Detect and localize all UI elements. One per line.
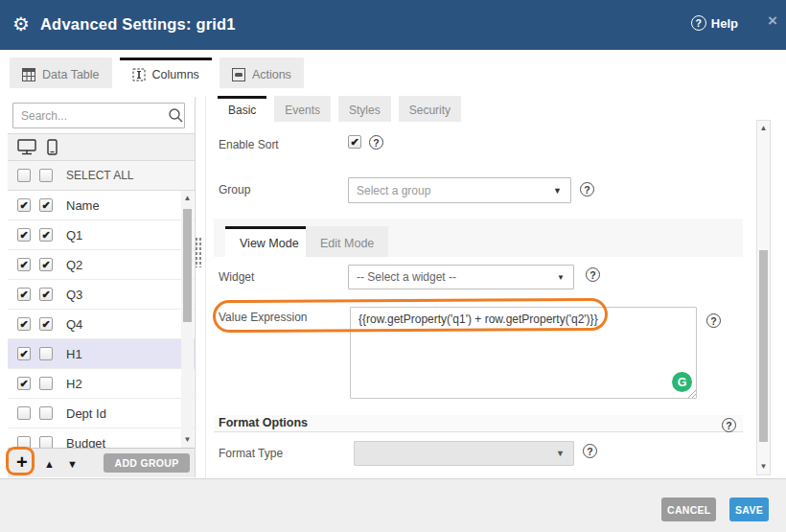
group-select[interactable]: Select a group ▼ — [348, 177, 571, 203]
tab-actions[interactable]: Actions — [220, 58, 304, 88]
settings-tabbar: Basic Events Styles Security — [218, 96, 461, 122]
list-item[interactable]: ✔✔Q2 — [8, 250, 195, 280]
tab-edit-mode[interactable]: Edit Mode — [306, 226, 388, 257]
list-scroll-thumb[interactable] — [183, 209, 192, 322]
help-label: Help — [711, 16, 738, 31]
mobile-checkbox[interactable]: ✔ — [39, 228, 53, 242]
tab-label: View Mode — [240, 237, 299, 250]
mobile-checkbox[interactable]: ✔ — [39, 317, 53, 331]
web-checkbox[interactable]: ✔ — [17, 377, 31, 390]
enable-sort-checkbox[interactable]: ✔ — [348, 135, 361, 149]
web-checkbox[interactable]: ✔ — [17, 258, 31, 271]
web-checkbox[interactable]: ✔ — [17, 347, 31, 360]
column-label: Budget — [61, 436, 105, 449]
tab-styles[interactable]: Styles — [338, 96, 391, 122]
select-all-row[interactable]: SELECT ALL — [8, 161, 195, 191]
value-expression-label: Value Expression — [219, 311, 308, 324]
widget-help-icon[interactable]: ? — [586, 267, 600, 282]
column-label: Q1 — [61, 228, 82, 243]
list-item[interactable]: ✔✔Name — [8, 191, 195, 220]
format-type-select[interactable]: ▼ — [354, 441, 574, 466]
move-down-button[interactable]: ▼ — [67, 458, 78, 470]
desktop-icon[interactable] — [17, 139, 36, 155]
mobile-checkbox[interactable]: ✔ — [39, 258, 53, 271]
cancel-button[interactable]: CANCEL — [661, 497, 716, 521]
web-checkbox[interactable] — [17, 406, 31, 420]
columns-sidebar: SELECT ALL ✔✔Name✔✔Q1✔✔Q2✔✔Q3✔✔Q4✔H1✔H2D… — [8, 97, 196, 477]
chevron-down-icon: ▼ — [556, 449, 573, 458]
column-settings-panel: Basic Events Styles Security Enable Sort… — [205, 96, 755, 479]
tab-security[interactable]: Security — [399, 96, 461, 122]
select-all-mobile-checkbox[interactable] — [39, 169, 53, 182]
add-group-button[interactable]: ADD GROUP — [104, 453, 190, 473]
value-expression-input[interactable]: {{row.getProperty('q1') + row.getPropert… — [350, 307, 697, 399]
enable-sort-label: Enable Sort — [219, 138, 279, 151]
grammarly-icon[interactable]: G — [672, 372, 692, 392]
column-label: H1 — [61, 347, 82, 361]
dialog-header: ⚙ Advanced Settings: grid1 ? Help × — [0, 0, 786, 50]
tab-events[interactable]: Events — [274, 96, 331, 122]
scroll-down-icon[interactable]: ▼ — [757, 462, 770, 472]
close-icon[interactable]: × — [768, 12, 777, 31]
column-label: Q2 — [61, 258, 82, 272]
group-help-icon[interactable]: ? — [580, 182, 594, 197]
scroll-down-icon[interactable]: ▼ — [181, 435, 194, 445]
format-options-help-icon[interactable]: ? — [722, 418, 736, 432]
list-item[interactable]: ✔✔Q4 — [8, 310, 195, 339]
mobile-checkbox[interactable] — [39, 436, 53, 448]
mobile-checkbox[interactable] — [39, 377, 53, 390]
list-item[interactable]: ✔✔Q3 — [8, 280, 195, 310]
mobile-icon[interactable] — [47, 139, 58, 155]
dialog-title: Advanced Settings: grid1 — [40, 15, 236, 34]
help-icon: ? — [691, 15, 706, 31]
format-type-label: Format Type — [219, 447, 283, 460]
widget-select-value: -- Select a widget -- — [349, 270, 557, 284]
enable-sort-help-icon[interactable]: ? — [369, 135, 383, 150]
panel-scroll-thumb[interactable] — [759, 250, 768, 442]
tab-label: Edit Mode — [320, 237, 374, 250]
panel-splitter-handle[interactable] — [195, 237, 202, 267]
column-label: Q3 — [61, 288, 82, 302]
tab-columns[interactable]: Columns — [120, 58, 212, 88]
add-column-button[interactable]: + — [16, 451, 28, 474]
list-item[interactable]: Dept Id — [8, 399, 195, 428]
move-up-button[interactable]: ▲ — [44, 458, 55, 470]
panel-scrollbar[interactable]: ▲ ▼ — [756, 120, 771, 475]
chevron-down-icon: ▼ — [557, 273, 573, 282]
data-table-icon — [22, 68, 35, 81]
tab-label: Data Table — [42, 68, 100, 81]
select-all-web-checkbox[interactable] — [17, 169, 31, 182]
mobile-checkbox[interactable] — [39, 347, 53, 360]
list-item[interactable]: Budget — [8, 428, 195, 448]
format-options-header: Format Options — [214, 415, 743, 432]
value-expression-help-icon[interactable]: ? — [706, 313, 721, 328]
group-select-value: Select a group — [349, 184, 553, 197]
list-scrollbar[interactable]: ▲ ▼ — [181, 191, 194, 448]
mobile-checkbox[interactable]: ✔ — [39, 198, 53, 212]
mobile-checkbox[interactable] — [39, 406, 53, 420]
web-checkbox[interactable]: ✔ — [17, 198, 31, 212]
search-input[interactable] — [12, 103, 185, 128]
help-button[interactable]: ? Help — [691, 15, 738, 31]
tab-label: Actions — [252, 68, 291, 81]
web-checkbox[interactable] — [17, 436, 31, 448]
widget-select[interactable]: -- Select a widget -- ▼ — [348, 265, 574, 289]
format-options-title: Format Options — [219, 416, 308, 429]
web-checkbox[interactable]: ✔ — [17, 228, 31, 242]
tab-label: Security — [409, 104, 451, 117]
advanced-settings-dialog: ⚙ Advanced Settings: grid1 ? Help × Data… — [0, 0, 786, 532]
web-checkbox[interactable]: ✔ — [17, 288, 31, 301]
list-item[interactable]: ✔H2 — [8, 369, 195, 399]
list-item[interactable]: ✔✔Q1 — [8, 220, 195, 250]
tab-basic[interactable]: Basic — [218, 96, 266, 122]
scroll-up-icon[interactable]: ▲ — [757, 124, 770, 133]
web-checkbox[interactable]: ✔ — [17, 317, 31, 331]
save-button[interactable]: SAVE — [729, 497, 769, 521]
mobile-checkbox[interactable]: ✔ — [39, 288, 53, 301]
tab-view-mode[interactable]: View Mode — [225, 226, 313, 257]
scroll-up-icon[interactable]: ▲ — [181, 194, 194, 203]
gear-icon: ⚙ — [12, 12, 30, 35]
tab-data-table[interactable]: Data Table — [10, 58, 112, 88]
format-type-help-icon[interactable]: ? — [583, 444, 597, 458]
list-item[interactable]: ✔H1 — [8, 339, 195, 369]
